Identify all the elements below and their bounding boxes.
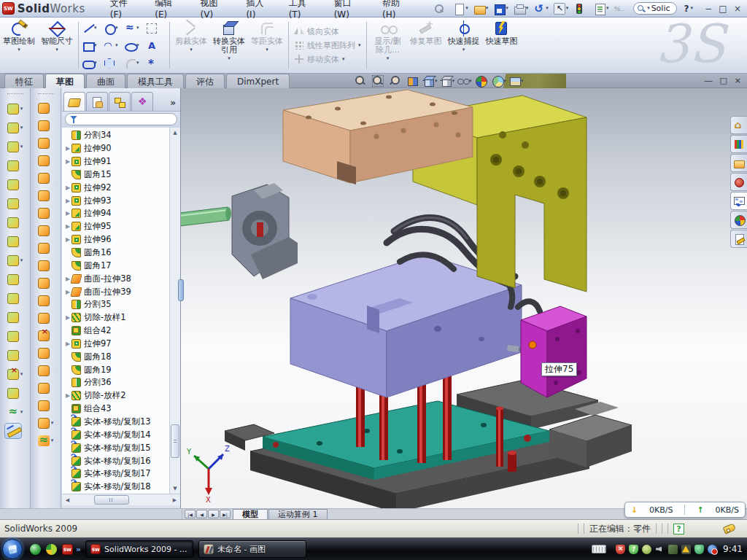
chevron-down-icon[interactable]: ▾ <box>228 56 231 61</box>
surface-tool-button[interactable]: ▾ <box>38 432 54 449</box>
tree-item[interactable]: ▶ 分割34 <box>64 129 169 142</box>
expand-arrow-icon[interactable]: ▶ <box>64 236 71 243</box>
command-button[interactable]: 智能尺寸 ▾ <box>38 18 76 73</box>
tree-item[interactable]: ▶ 圆角16 <box>64 246 169 260</box>
command-button[interactable]: 剪裁实体 ▾ <box>172 18 210 73</box>
view-tool-button[interactable]: ▾ <box>475 75 489 87</box>
sketch-entity-button[interactable]: ▾ <box>146 54 166 71</box>
motion-nav-button[interactable]: ▶| <box>220 510 231 518</box>
quick-launch-overflow[interactable]: » <box>76 545 81 554</box>
chevron-down-icon[interactable]: ▾ <box>521 79 524 84</box>
chevron-down-icon[interactable]: ▾ <box>20 144 23 149</box>
quick-launch-icon[interactable] <box>46 544 57 555</box>
command-button[interactable]: 移动实体 ▾ <box>294 54 361 65</box>
panel-tab[interactable] <box>109 92 131 111</box>
tree-item[interactable]: ▶ 拉伸96 <box>64 233 169 246</box>
network-speed-widget[interactable]: ↓ 0KB/S ↑ 0KB/S <box>624 502 746 518</box>
expand-arrow-icon[interactable]: ▶ <box>64 198 71 204</box>
quick-access-button[interactable]: ⅍.. ▾ <box>612 2 629 15</box>
command-button[interactable]: 镜向实体 ▾ <box>294 26 361 37</box>
graphics-viewport[interactable]: Y Z X 拉伸75 <box>181 88 747 508</box>
quick-launch-icon[interactable] <box>62 544 73 555</box>
surface-tool-button[interactable]: ▾ <box>38 117 54 134</box>
menu-item[interactable]: 帮助(H) <box>382 0 413 20</box>
tree-item[interactable]: ▶ 曲面-拉伸38 <box>64 272 169 285</box>
ribbon-tab[interactable]: 草图 <box>45 74 85 88</box>
feature-tool-button[interactable]: ▾ <box>7 346 23 365</box>
help-button[interactable]: ?▾ <box>684 4 693 14</box>
tree-item[interactable]: ▶ 拉伸93 <box>64 194 169 207</box>
surface-tool-button[interactable]: ▾ <box>38 169 54 187</box>
surface-tool-button[interactable]: ▾ <box>38 327 54 344</box>
chevron-down-icon[interactable]: ▾ <box>465 6 468 11</box>
surface-tool-button[interactable]: ▾ <box>38 344 54 362</box>
quick-access-button[interactable]: ▾ <box>432 2 450 15</box>
sketch-entity-button[interactable]: ▾ <box>146 36 166 54</box>
command-button[interactable]: 修复草图 ▾ <box>407 18 445 73</box>
tray-icon[interactable] <box>642 545 651 554</box>
feature-tool-button[interactable]: ▾ <box>7 156 23 175</box>
menu-item[interactable]: 编辑(E) <box>155 0 184 20</box>
expand-arrow-icon[interactable]: ▶ <box>64 210 71 217</box>
surface-tool-button[interactable]: ▾ <box>38 257 54 274</box>
view-tool-button[interactable]: ▾ <box>457 75 472 87</box>
scroll-left-icon[interactable]: ◀ <box>62 497 73 503</box>
part-slider-assembly[interactable] <box>181 183 298 279</box>
command-button[interactable]: 线性草图阵列 ▾ <box>294 40 361 51</box>
taskbar-window-button[interactable]: 未命名 - 画图 <box>198 540 306 558</box>
expand-arrow-icon[interactable]: ▶ <box>64 223 71 230</box>
ribbon-tab[interactable]: 曲面 <box>86 74 125 88</box>
sketch-entity-button[interactable]: ▾ <box>146 19 166 36</box>
chevron-down-icon[interactable]: ▾ <box>546 6 549 11</box>
command-button[interactable]: 草图绘制 ▾ <box>0 18 38 73</box>
panel-expand-button[interactable]: » <box>170 98 179 111</box>
ribbon-tab[interactable]: 模具工具 <box>127 74 184 88</box>
window-control-button[interactable]: □ <box>719 74 727 88</box>
command-button[interactable]: 快速草图 ▾ <box>483 18 521 73</box>
chevron-down-icon[interactable]: ▾ <box>51 421 54 426</box>
surface-tool-button[interactable]: ▾ <box>38 239 54 257</box>
command-button[interactable]: 转换实体引用 ▾ <box>210 18 248 73</box>
chevron-down-icon[interactable]: ▾ <box>136 26 139 31</box>
quick-access-button[interactable]: ▾ <box>452 2 470 15</box>
quick-access-button[interactable]: ▾ <box>552 2 570 15</box>
sketch-entity-button[interactable]: ▾ <box>82 19 102 36</box>
tree-item[interactable]: ▶ 拉伸92 <box>64 181 169 194</box>
ribbon-tab[interactable]: 特征 <box>4 74 44 88</box>
panel-splitter-handle[interactable] <box>178 279 184 301</box>
expand-arrow-icon[interactable]: ▶ <box>64 158 71 165</box>
tray-icon[interactable] <box>681 545 691 554</box>
chevron-down-icon[interactable]: ▾ <box>18 47 20 52</box>
window-control-button[interactable]: − <box>703 1 713 16</box>
feature-tool-button[interactable]: ▾ <box>7 118 23 137</box>
view-tool-button[interactable]: ▾ <box>406 75 421 87</box>
expand-arrow-icon[interactable]: ▶ <box>64 392 71 399</box>
tree-item[interactable]: ▶ 圆角17 <box>64 259 169 272</box>
chevron-down-icon[interactable]: ▾ <box>115 43 118 48</box>
tag-icon[interactable] <box>723 523 737 534</box>
surface-tool-button[interactable]: ▾ <box>38 397 54 414</box>
expand-arrow-icon[interactable]: ▶ <box>64 314 71 321</box>
tree-item[interactable]: ▶ 实体-移动/复制16 <box>64 454 169 467</box>
chevron-down-icon[interactable]: ▾ <box>20 258 23 263</box>
tray-icon[interactable] <box>655 545 665 554</box>
expand-arrow-icon[interactable]: ▶ <box>64 145 71 152</box>
tray-icon[interactable] <box>616 545 625 554</box>
window-control-button[interactable]: □ <box>718 1 728 16</box>
tree-item[interactable]: ▶ 拉伸91 <box>64 155 169 168</box>
menu-item[interactable]: 工具(T) <box>289 0 318 20</box>
chevron-down-icon[interactable]: ▾ <box>486 6 489 11</box>
surface-tool-button[interactable]: ▾ <box>38 274 54 292</box>
tree-item[interactable]: ▶ 切除-放样2 <box>64 389 169 402</box>
tray-icon[interactable] <box>629 545 638 554</box>
chevron-down-icon[interactable]: ▾ <box>20 125 23 131</box>
feature-tool-button[interactable]: ▾ <box>4 421 26 440</box>
surface-tool-button[interactable]: ▾ <box>38 222 54 239</box>
view-tool-button[interactable]: ▾ <box>389 75 403 87</box>
quick-access-button[interactable]: ▾ <box>492 2 510 15</box>
task-pane-tab[interactable] <box>730 173 747 191</box>
feature-tool-button[interactable]: ▾ <box>7 251 23 270</box>
feature-tool-button[interactable]: ▾ <box>7 327 23 346</box>
feature-tool-button[interactable]: ▾ <box>7 194 23 213</box>
chevron-down-icon[interactable]: ▾ <box>647 6 650 11</box>
